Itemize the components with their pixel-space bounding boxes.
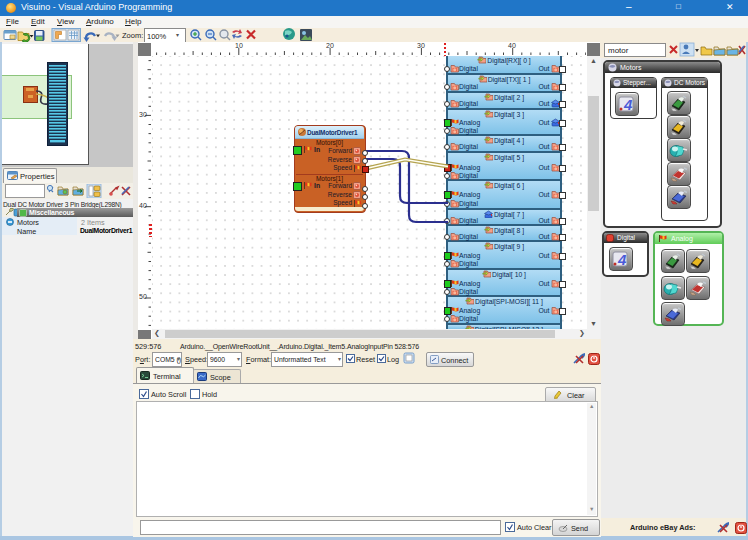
svg-text:4: 4 <box>617 251 627 268</box>
svg-text:4: 4 <box>623 96 633 113</box>
